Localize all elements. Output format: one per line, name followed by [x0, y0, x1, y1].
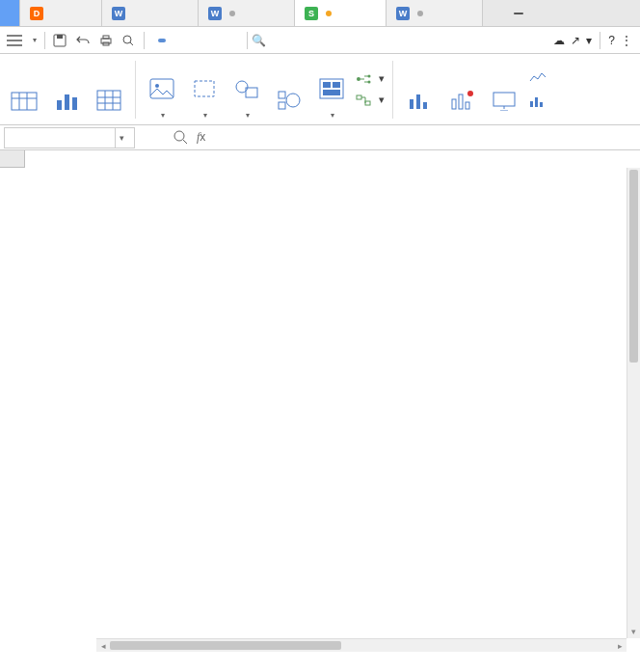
svg-rect-22	[323, 90, 340, 95]
horizontal-scrollbar[interactable]: ◂ ▸	[96, 638, 627, 652]
online-charts-button[interactable]	[443, 58, 480, 121]
fx-icon[interactable]: fx	[197, 130, 205, 145]
table-button[interactable]	[91, 58, 127, 121]
svg-point-25	[368, 80, 371, 83]
svg-point-12	[155, 84, 159, 88]
cells-area[interactable]	[25, 168, 627, 638]
svg-rect-17	[279, 102, 285, 109]
scrollbar-thumb[interactable]	[629, 170, 638, 363]
unsaved-dot-icon	[417, 11, 423, 16]
menu-special[interactable]	[235, 39, 243, 42]
vertical-scrollbar[interactable]: ▴ ▾	[627, 168, 640, 638]
svg-rect-38	[540, 102, 543, 107]
flowchart-button[interactable]: ▾	[356, 91, 385, 110]
zoom-icon[interactable]	[173, 130, 189, 146]
present-charts-button[interactable]	[486, 58, 522, 121]
tab-doc-mobile[interactable]: W	[199, 0, 295, 26]
svg-rect-21	[333, 82, 340, 88]
search-icon: 🔍	[252, 34, 266, 47]
hamburger-icon[interactable]	[4, 30, 25, 51]
chevron-down-icon: ▾	[33, 36, 37, 44]
word-icon: W	[396, 7, 410, 20]
dropdown-icon[interactable]: ▾	[586, 34, 592, 47]
sheet-tabs[interactable]	[25, 638, 102, 652]
separator	[144, 32, 145, 49]
svg-rect-33	[466, 102, 469, 109]
tab-docao[interactable]: D	[20, 0, 102, 26]
menu-view[interactable]	[206, 39, 214, 42]
sparkline-bar-button[interactable]	[528, 92, 549, 111]
tab-doc-2020[interactable]: W	[102, 0, 199, 26]
menu-bar: ▾ 🔍 ☁ ↗ ▾ ? ⋮	[0, 27, 640, 54]
function-chart-button[interactable]: ▾	[313, 58, 350, 121]
name-box[interactable]: ▾	[4, 127, 135, 148]
chevron-down-icon: ▾	[379, 94, 385, 106]
tab-home[interactable]	[0, 0, 20, 26]
separator	[135, 61, 136, 119]
svg-rect-6	[12, 93, 37, 110]
menu-devtools[interactable]	[226, 39, 233, 42]
save-icon[interactable]	[49, 30, 70, 51]
picture-button[interactable]: ▾	[144, 58, 180, 121]
scroll-right-icon[interactable]: ▸	[613, 639, 627, 652]
share-icon[interactable]: ↗	[571, 34, 580, 47]
menu-insert[interactable]	[158, 39, 166, 42]
svg-rect-32	[459, 94, 463, 109]
svg-point-34	[467, 91, 473, 96]
svg-point-5	[123, 36, 131, 43]
svg-rect-37	[535, 97, 538, 107]
help-icon[interactable]: ?	[608, 34, 615, 47]
word-icon: W	[208, 7, 222, 20]
mindmap-button[interactable]: ▾	[356, 69, 385, 89]
menu-right-icons: ☁ ↗ ▾ ? ⋮	[553, 32, 632, 49]
icons-button[interactable]	[271, 58, 307, 121]
menu-review[interactable]	[197, 39, 204, 42]
svg-rect-16	[279, 92, 285, 98]
pivot-chart-button[interactable]	[48, 58, 85, 121]
flowchart-icon	[356, 93, 371, 108]
tab-workbook1[interactable]: S	[295, 0, 387, 26]
menu-search[interactable]: 🔍	[252, 34, 269, 47]
tab-textdoc1[interactable]: W	[387, 0, 483, 26]
svg-rect-30	[423, 102, 427, 109]
window-tabs-bar: D W W S W	[0, 0, 640, 27]
print-icon[interactable]	[95, 30, 117, 51]
svg-rect-27	[365, 101, 370, 105]
file-menu[interactable]: ▾	[27, 36, 40, 44]
column-headers	[25, 150, 627, 168]
formula-bar: ▾ fx	[0, 125, 640, 150]
undo-icon[interactable]	[72, 30, 93, 51]
menu-pagelayout[interactable]	[168, 39, 175, 42]
chevron-down-icon: ▾	[379, 72, 385, 85]
menu-security[interactable]	[216, 39, 224, 42]
mindmap-icon	[356, 71, 371, 87]
svg-point-23	[357, 77, 360, 81]
tab-count-badge[interactable]	[514, 13, 523, 14]
more-icon[interactable]: ⋮	[621, 34, 632, 47]
menu-start[interactable]	[148, 39, 156, 42]
screenshot-button[interactable]: ▾	[186, 58, 223, 121]
svg-rect-35	[493, 93, 515, 106]
svg-rect-1	[57, 35, 63, 39]
row-headers	[0, 168, 25, 638]
pivot-table-button[interactable]	[6, 58, 42, 121]
scroll-down-icon[interactable]: ▾	[627, 625, 640, 638]
shapes-button[interactable]: ▾	[228, 58, 265, 121]
chevron-down-icon: ▾	[203, 111, 207, 120]
cloud-icon[interactable]: ☁	[553, 34, 565, 47]
separator	[247, 32, 248, 49]
chevron-down-icon: ▾	[331, 111, 334, 120]
unsaved-dot-icon	[229, 11, 235, 16]
chevron-down-icon[interactable]: ▾	[115, 128, 128, 148]
sparkline-line-button[interactable]	[528, 68, 549, 88]
svg-point-39	[174, 131, 184, 141]
all-charts-button[interactable]	[401, 58, 438, 121]
select-all-corner[interactable]	[0, 150, 25, 168]
svg-rect-3	[103, 36, 109, 39]
preview-icon[interactable]	[119, 30, 140, 51]
svg-rect-29	[416, 94, 420, 109]
docao-icon: D	[30, 7, 43, 20]
menu-formula[interactable]	[177, 39, 185, 42]
menu-data[interactable]	[187, 39, 195, 42]
scrollbar-thumb[interactable]	[110, 641, 341, 650]
